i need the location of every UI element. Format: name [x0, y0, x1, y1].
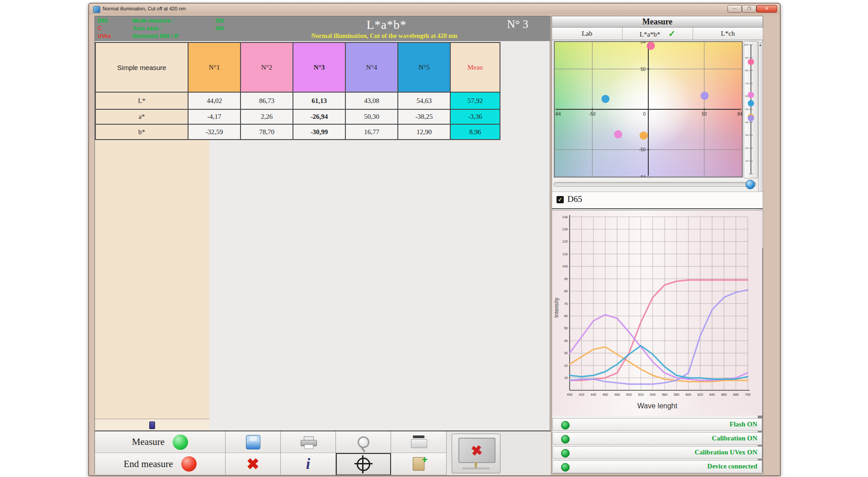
spectral-chart: 1020304050607080901001101201301404004204…	[552, 210, 762, 416]
green-indicator-icon	[561, 435, 570, 444]
d65-checkbox[interactable]: ✓	[557, 196, 564, 203]
observer-label: C	[98, 25, 131, 32]
lightness-scale-canvas: 102030405060708090100	[744, 42, 758, 178]
tab-lch[interactable]: L*ch	[693, 28, 763, 40]
check-icon: ✓	[668, 29, 675, 38]
d65-label: D65	[567, 194, 582, 204]
status-device: Device connected	[552, 460, 762, 473]
tab-lab[interactable]: Lab	[552, 28, 623, 40]
y-axis-label: Intensity	[553, 292, 560, 323]
column-header-n3[interactable]: N°3	[293, 42, 345, 92]
document-icon	[149, 421, 155, 429]
row-header-b: b*	[95, 124, 188, 140]
row-header-L: L*	[95, 92, 188, 109]
title-bar: Normal illumination, Cut off at 420 nm —…	[89, 4, 780, 14]
scroll-up-icon[interactable]	[759, 44, 762, 46]
slider-handle[interactable]	[745, 180, 755, 189]
svg-text:110: 110	[562, 252, 568, 256]
cell-b-mean: 8,96	[450, 124, 500, 140]
cell-b-n5: 12,90	[398, 124, 450, 140]
zoom-button[interactable]	[336, 431, 391, 453]
measurement-table: Simple measure N°1 N°2 N°3 N°4 N°5 Mean …	[95, 42, 500, 140]
copy-button[interactable]	[391, 431, 447, 453]
status-device-label: Device connected	[708, 463, 757, 470]
device-logo-icon: ✖	[470, 442, 484, 459]
header-line-mode: D65 Mode measure : ON	[98, 18, 224, 24]
svg-text:70: 70	[564, 302, 568, 306]
svg-text:50: 50	[745, 108, 748, 111]
column-header-n2[interactable]: N°2	[241, 42, 293, 92]
green-indicator-icon	[561, 421, 570, 430]
svg-text:140: 140	[562, 215, 568, 219]
row-header-a: a*	[95, 109, 188, 124]
svg-text:460: 460	[603, 393, 609, 397]
svg-text:10: 10	[564, 376, 568, 380]
column-header-n5[interactable]: N°5	[398, 42, 450, 92]
status-flash: Flash ON	[552, 418, 762, 431]
svg-text:560: 560	[662, 393, 668, 397]
device-screen-icon: ✖	[458, 438, 495, 463]
green-indicator-icon	[561, 449, 570, 458]
magnifier-icon	[358, 436, 369, 448]
maximize-button[interactable]: ❐	[742, 5, 756, 13]
printer-icon	[301, 436, 316, 448]
mode-measure-value: ON	[216, 18, 224, 24]
document-row[interactable]	[95, 419, 209, 431]
cell-b-n4: 16,77	[345, 124, 398, 140]
table-row: L* 44,02 86,73 61,13 43,08 54,63 57,92	[95, 92, 500, 109]
table-row: b* -32,59 78,70 -30,99 16,77 12,90 8,96	[95, 124, 500, 140]
svg-text:580: 580	[674, 393, 679, 397]
svg-text:130: 130	[562, 227, 568, 231]
cell-L-mean: 57,92	[450, 92, 500, 109]
green-indicator-icon	[561, 463, 570, 472]
cell-a-n1: -4,17	[188, 109, 241, 124]
svg-text:540: 540	[650, 393, 656, 397]
ab-chart-canvas: -84-84-50-50050508484	[554, 42, 742, 177]
svg-text:50: 50	[702, 112, 707, 117]
measure-button[interactable]: Measure	[95, 431, 226, 453]
add-folder-button[interactable]: +	[391, 453, 447, 475]
svg-text:50: 50	[564, 326, 568, 330]
column-header-n1[interactable]: N°1	[188, 42, 241, 92]
delete-button[interactable]: ✖	[226, 453, 281, 475]
folder-plus-icon: +	[413, 457, 425, 471]
save-icon	[246, 435, 260, 449]
svg-text:700: 700	[745, 393, 751, 397]
info-button[interactable]: i	[281, 453, 336, 475]
mode-measure-label: Mode measure :	[132, 18, 214, 24]
svg-text:680: 680	[733, 393, 739, 397]
panel-title: Measure	[552, 16, 763, 28]
svg-text:420: 420	[579, 393, 585, 397]
slider-track[interactable]	[554, 182, 756, 187]
tab-lastarbstar-label: L*a*b*	[640, 31, 660, 38]
main-panel: D65 Mode measure : ON C Auto save : ON U…	[94, 16, 550, 474]
save-button[interactable]	[226, 431, 281, 453]
minimize-button[interactable]: —	[727, 5, 742, 13]
svg-text:84: 84	[641, 42, 646, 44]
lightness-scale[interactable]: 102030405060708090100	[744, 41, 758, 178]
end-measure-button[interactable]: End measure	[95, 453, 226, 475]
ab-color-plane-chart[interactable]: -84-84-50-50050508484	[554, 41, 743, 178]
cell-a-n5: -38,25	[398, 109, 450, 124]
column-header-n4[interactable]: N°4	[345, 42, 398, 92]
cell-a-n3: -26,94	[293, 109, 345, 124]
target-button[interactable]	[336, 453, 391, 475]
svg-text:480: 480	[614, 393, 620, 397]
tab-lastarbstar[interactable]: L*a*b* ✓	[623, 28, 693, 40]
end-measure-button-label: End measure	[123, 458, 173, 470]
close-button[interactable]: ✕	[756, 5, 777, 13]
device-disconnect-button[interactable]: ✖	[452, 434, 500, 473]
cell-b-n2: 78,70	[241, 124, 293, 140]
header-line-autosave: C Auto save : ON	[98, 25, 224, 32]
header-line-illuminant: UVex Illuminant D65 / 8°	[98, 33, 214, 39]
cell-a-n4: 50,30	[345, 109, 398, 124]
svg-text:-84: -84	[554, 112, 561, 117]
svg-text:70: 70	[745, 82, 748, 85]
measure-number: N° 3	[484, 18, 552, 31]
screen: Normal illumination, Cut off at 420 nm —…	[0, 0, 868, 477]
cell-b-n1: -32,59	[188, 124, 241, 140]
cell-L-n5: 54,63	[398, 92, 450, 109]
print-button[interactable]	[281, 431, 336, 453]
horizontal-slider[interactable]	[554, 180, 755, 188]
svg-text:30: 30	[745, 134, 748, 136]
